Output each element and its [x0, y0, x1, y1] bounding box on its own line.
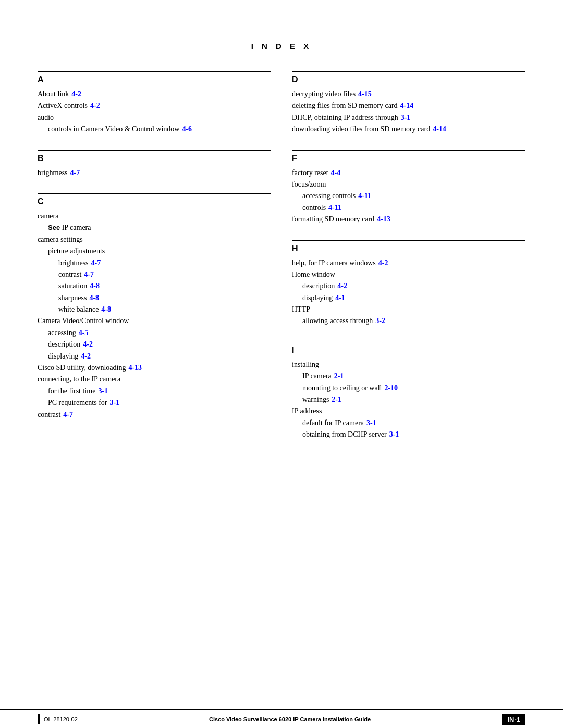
entry-camera-video-control: Camera Video/Control window accessing 4-…	[38, 315, 271, 362]
entry-text: sharpness	[58, 292, 87, 304]
page-ref: 4-14	[400, 100, 414, 112]
page-ref: 3-2	[375, 315, 385, 327]
section-rule-b	[38, 150, 271, 151]
entry-text: for the first time	[48, 386, 95, 397]
page-ref: 4-11	[358, 190, 371, 202]
entry-text: saturation	[58, 280, 87, 292]
page-ref: 4-2	[83, 339, 93, 350]
page-ref: 4-6	[182, 124, 192, 135]
entry-text: controls	[302, 202, 326, 214]
entry-text: description	[302, 280, 335, 292]
page-ref: 4-11	[328, 202, 341, 214]
entry-formatting: formatting SD memory card 4-13	[292, 214, 525, 225]
entry-text: HTTP	[292, 304, 310, 315]
section-rule-c	[38, 193, 271, 194]
entry-text: controls in Camera Video & Control windo…	[48, 124, 179, 135]
footer-center-text: Cisco Video Surveillance 6020 IP Camera …	[209, 716, 371, 722]
left-column: A About link 4-2 ActiveX controls 4-2 au	[38, 71, 271, 455]
section-letter-d: D	[292, 75, 525, 84]
entry-downloading: downloading video files from SD memory c…	[292, 124, 525, 135]
entry-text: default for IP camera	[302, 417, 364, 429]
page-ref: 4-13	[128, 362, 142, 374]
section-rule-f	[292, 150, 525, 151]
entry-text: IP camera	[302, 371, 332, 382]
section-h: H help, for IP camera windows 4-2 Home w…	[292, 240, 525, 327]
entry-activex: ActiveX controls 4-2	[38, 100, 271, 112]
page-ref: 4-2	[71, 89, 81, 100]
entry-factory-reset: factory reset 4-4	[292, 167, 525, 179]
page-ref: 4-14	[433, 124, 446, 135]
page-ref: 4-5	[79, 327, 89, 339]
entry-contrast-c: contrast 4-7	[38, 409, 271, 421]
entry-text: picture adjustments	[48, 245, 105, 257]
entry-text: focus/zoom	[292, 179, 326, 190]
entry-text: accessing	[48, 327, 76, 339]
footer-doc-number: OL-28120-02	[44, 716, 78, 722]
entry-brightness-b: brightness 4-7	[38, 167, 271, 179]
entry-text: PC requirements for	[48, 397, 107, 409]
entry-text: DHCP, obtaining IP address through	[292, 112, 398, 124]
entry-text: obtaining from DCHP server	[302, 429, 387, 440]
entry-text: allowing access through	[302, 315, 373, 327]
entry-camera: camera See IP camera	[38, 211, 271, 234]
footer: OL-28120-02 Cisco Video Surveillance 602…	[0, 709, 563, 728]
section-a: A About link 4-2 ActiveX controls 4-2 au	[38, 71, 271, 135]
section-i: I installing IP camera 2-1 mounting to c…	[292, 342, 525, 441]
entry-cisco-sd: Cisco SD utility, downloading 4-13	[38, 362, 271, 374]
page-ref: 3-1	[401, 112, 411, 124]
page-ref: 4-8	[90, 280, 100, 292]
entry-text: warnings	[302, 394, 329, 405]
see-label: See	[48, 223, 60, 233]
page-ref: 4-4	[331, 167, 341, 179]
section-letter-f: F	[292, 154, 525, 163]
page-ref: 4-7	[63, 409, 73, 421]
page-ref: 3-1	[98, 386, 108, 397]
entry-audio: audio controls in Camera Video & Control…	[38, 112, 271, 135]
entry-text: ActiveX controls	[38, 100, 88, 112]
entry-text: deleting files from SD memory card	[292, 100, 398, 112]
section-letter-h: H	[292, 244, 525, 253]
entry-text: About link	[38, 89, 69, 100]
entry-text: decrypting video files	[292, 89, 356, 100]
section-letter-a: A	[38, 75, 271, 84]
page-ref: 4-7	[91, 257, 101, 269]
entry-text: mounting to ceiling or wall	[302, 382, 382, 394]
entry-text: brightness	[58, 257, 89, 269]
entry-text: contrast	[58, 269, 81, 280]
section-rule-h	[292, 240, 525, 241]
footer-bar	[38, 714, 40, 724]
page-ref: 2-1	[332, 394, 341, 405]
page-ref: 4-2	[81, 351, 91, 362]
entry-text: brightness	[38, 167, 68, 179]
page-ref: 4-13	[377, 214, 390, 225]
entry-text: Cisco SD utility, downloading	[38, 362, 126, 374]
page-title: I N D E X	[38, 42, 525, 51]
section-letter-b: B	[38, 154, 271, 163]
section-letter-c: C	[38, 197, 271, 206]
entry-text: downloading video files from SD memory c…	[292, 124, 430, 135]
entry-text: camera settings	[38, 234, 83, 245]
entry-focus-zoom: focus/zoom accessing controls 4-11 contr…	[292, 179, 525, 214]
page-ref: 2-10	[384, 382, 398, 394]
footer-page-number: IN-1	[502, 714, 525, 725]
entry-text: audio	[38, 112, 54, 124]
entry-text: accessing controls	[302, 190, 356, 202]
section-f: F factory reset 4-4 focus/zoom accessing…	[292, 150, 525, 226]
section-rule-d	[292, 71, 525, 72]
page-ref: 3-1	[366, 417, 376, 429]
section-c: C camera See IP camera camera settings p…	[38, 193, 271, 421]
entry-text: help, for IP camera windows	[292, 257, 376, 269]
entry-camera-settings: camera settings picture adjustments brig…	[38, 234, 271, 316]
entry-text: white balance	[58, 304, 99, 315]
page-ref: 4-2	[337, 280, 347, 292]
entry-deleting: deleting files from SD memory card 4-14	[292, 100, 525, 112]
footer-left: OL-28120-02	[38, 714, 78, 724]
page-ref: 4-8	[89, 292, 99, 304]
entry-text: factory reset	[292, 167, 328, 179]
page-ref: 4-2	[378, 257, 388, 269]
entry-text: Home window	[292, 269, 335, 280]
entry-help: help, for IP camera windows 4-2	[292, 257, 525, 269]
entry-text: contrast	[38, 409, 60, 421]
page-ref: 4-15	[358, 89, 372, 100]
page-ref: 2-1	[334, 371, 344, 382]
